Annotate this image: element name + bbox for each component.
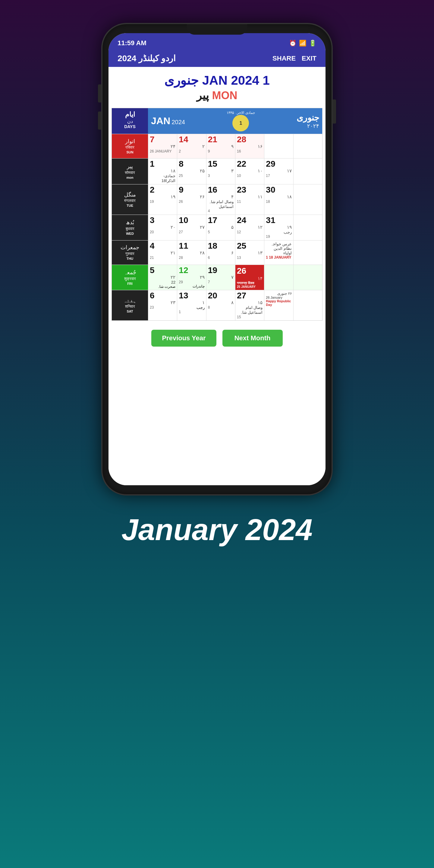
hijri-info: جمادی الاخرہ ۱۴۴۵ 1 (227, 111, 255, 131)
calendar-content: 1 JAN 2024 جنوری MON پیر ایام (108, 67, 326, 485)
alarm-icon: ⏰ (289, 39, 297, 47)
notch (187, 24, 247, 35)
fri-cell-3: 19 ۷ 7 (206, 265, 235, 290)
exit-button[interactable]: EXIT (302, 55, 316, 62)
sat-cell-3: 20 ۸ 8 (206, 290, 235, 320)
wed-urdu: بُدھ (126, 219, 134, 226)
cell-num-22: 22 (237, 160, 262, 168)
cell-num-23: 23 (237, 186, 262, 194)
days-eng: DAYS (113, 124, 147, 129)
cell-hijri-19: ۱۹ (150, 194, 176, 199)
cell-hijri-21: ۲۱ (150, 250, 176, 255)
cell-hijri-1b: ۱ (179, 300, 204, 305)
cell-fri-text1: صحرت شاہ (150, 284, 176, 289)
cell-republic-day: Happy Republic Day (266, 299, 291, 307)
next-month-button[interactable]: Next Month (222, 330, 283, 347)
cell-num-28: 28 (237, 135, 262, 144)
day-display: MON پیر (112, 88, 322, 103)
cell-25jan: 25 JANUARY (237, 285, 262, 288)
cell-hijri-3: ۳ (208, 168, 234, 174)
cell-num-12: 12 (179, 266, 204, 275)
cell-hijri-25: ۲۵ (179, 168, 204, 174)
cell-sub-26jan: 26 JANUARY (150, 149, 176, 153)
cell-sub-27: 27 (179, 230, 204, 234)
thu-urdu: جمعرات (121, 244, 139, 251)
cell-num-7: 7 (150, 135, 176, 144)
thu-cell-holiday: عرس خواجہ نظام الدین اولیاء 1 18 JANUARY (264, 241, 293, 265)
sat-republic-note: ۲۶ جنوری 26 January Happy Republic Day (264, 290, 293, 320)
mon-label: پیر सोमवार mon (112, 158, 148, 184)
mon-cell-4: 22 ۱۰ 10 (235, 158, 264, 184)
cell-urdu-18: جمادی-الذکرا18 (150, 174, 176, 183)
cell-hijri-18: ۱۸ (150, 168, 176, 174)
fri-republic-cell: 26 ۱۴ गणतन्त्र दिवस 25 JANUARY (235, 265, 264, 290)
cell-sub-18: 18 (266, 199, 291, 204)
cell-hijri-9: ۹ (208, 144, 234, 149)
cell-republic: गणतन्त्र दिवस (237, 281, 262, 285)
cell-chandrat: چاندرات (179, 284, 204, 288)
cell-hijri-13: ۱۳ (237, 250, 262, 255)
tue-eng: TUE (127, 204, 133, 208)
mon-cell-2: 8 ۲۵ 25 (177, 158, 206, 184)
sun-cell-1: 7 ۲۴ 26 JANUARY (148, 134, 177, 158)
cell-hijri-23: ۲۳ (150, 300, 176, 305)
urdu-month-label: جنوری ۲۰۲۴ (297, 113, 319, 129)
cell-hijri-18b: ۱۸ (266, 194, 291, 199)
cell-sub-11: 11 (237, 199, 262, 204)
sat-row: ہفتہ शनिवार SAT 6 ۲۳ 23 13 ۱ رجب (112, 290, 322, 320)
cell-rajab: رجب (266, 230, 291, 235)
thu-cell-4: 25 ۱۳ 13 (235, 241, 264, 265)
sun-cell-3: 21 ۹ 9 (206, 134, 235, 158)
previous-year-button[interactable]: Previous Year (151, 330, 216, 347)
cell-rajab2: رجب (179, 305, 204, 310)
sun-eng: SUN (126, 150, 133, 154)
cell-26jan-note: ۲۶ جنوری (266, 291, 291, 296)
cell-sub-25: 25 (179, 174, 204, 178)
urdu-month: جنوری (297, 113, 319, 123)
thu-cell-1: 4 ۲۱ 21 (148, 241, 177, 265)
status-time: 11:59 AM (118, 39, 147, 47)
date-urdu: جنوری (164, 73, 198, 88)
cell-sub-4: 4 (208, 209, 234, 213)
cell-hijri-19: ۱۹ (266, 224, 291, 230)
cell-hijri-16: ۱۶ (237, 144, 262, 149)
cell-num-31: 31 (266, 216, 291, 224)
cell-sub-21: 21 (150, 255, 176, 260)
cell-sub-28: 28 (179, 255, 204, 260)
cell-hijri-12: ۱۲ (237, 224, 262, 230)
cell-friday-urdu: 22 (150, 280, 176, 285)
date-display: 1 JAN 2024 جنوری MON پیر (108, 67, 326, 105)
din-urdu: دن (113, 119, 147, 124)
cell-hijri-5: ۵ (208, 224, 234, 230)
jan-month-label: JAN 2024 (151, 116, 185, 127)
cell-sub-19b: 19 (266, 235, 291, 239)
sun-hindi: रविवार (125, 145, 134, 150)
mon-urdu: پیر (127, 163, 133, 170)
cell-sub-19: 19 (150, 199, 176, 204)
cell-num-8: 8 (179, 160, 204, 168)
cell-num-3: 3 (150, 216, 176, 224)
wed-cell-1: 3 ۲۰ 20 (148, 215, 177, 240)
fri-label: جُمعہ शुक्रवार FRI (112, 265, 148, 290)
mon-cell-5: 29 ۱۷ 17 (264, 158, 293, 184)
sat-cell-empty (293, 290, 322, 320)
cell-18jan: 1 18 JANUARY (266, 255, 291, 259)
sun-row: اتوار रविवार SUN 7 ۲۴ 26 JANUARY 14 ۲ (112, 134, 322, 158)
calendar-header: ایام دن DAYS JAN 2024 جمادی الاخرہ ۱۴۴۵ (112, 108, 322, 134)
wed-cell-4: 24 ۱۲ 12 (235, 215, 264, 240)
mon-eng: mon (126, 176, 133, 180)
cell-num-15: 15 (208, 160, 234, 168)
cell-sub-29: 29 (179, 280, 204, 284)
cell-hijri-4: ۴ (208, 194, 234, 199)
thu-hindi: गुरुवार (125, 251, 134, 256)
mon-cell-3: 15 ۳ 3 (206, 158, 235, 184)
share-button[interactable]: SHARE (273, 55, 296, 62)
cell-sub-9: 9 (208, 149, 234, 153)
cell-num-20: 20 (208, 291, 234, 300)
nav-buttons: Previous Year Next Month (108, 325, 326, 351)
cell-sub-7: 7 (208, 280, 234, 284)
sun-cell-empty2 (293, 134, 322, 158)
fri-cell-empty2 (293, 265, 322, 290)
cell-hijri-20: ۲۰ (150, 224, 176, 230)
phone-frame: 11:59 AM ⏰ 📶 🔋 2024 اردو کیلنڈر SHARE EX… (102, 24, 332, 494)
